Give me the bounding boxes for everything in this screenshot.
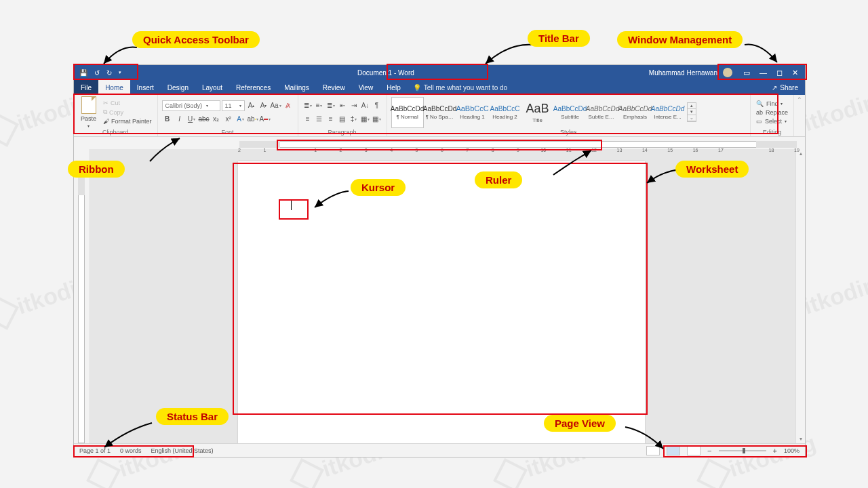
replace-button[interactable]: abReplace (755, 108, 789, 117)
strike-icon[interactable]: abc (199, 114, 210, 125)
redo-icon[interactable]: ↻ (106, 69, 112, 77)
style-intense-e-[interactable]: AaBbCcDdIntense E... (652, 97, 684, 128)
vertical-scrollbar[interactable]: ▴ ▾ (795, 149, 805, 443)
align-center-icon[interactable]: ☰ (314, 114, 325, 125)
scroll-down-icon[interactable]: ▾ (800, 434, 802, 443)
line-spacing-icon[interactable]: ‡▾ (349, 114, 359, 125)
group-editing: 🔍Find▾ abReplace ▭Select▾ Editing (751, 95, 794, 136)
increase-indent-icon[interactable]: ⇥ (349, 100, 359, 111)
window-title: Document1 - Word (127, 69, 645, 77)
clear-format-icon[interactable]: A̷ (283, 100, 294, 111)
annot-ribbon: Ribbon (68, 161, 125, 178)
font-name-combo[interactable]: Calibri (Body)▾ (162, 100, 220, 111)
tab-mailings[interactable]: Mailings (277, 80, 316, 95)
tab-help[interactable]: Help (380, 80, 408, 95)
undo-icon[interactable]: ↺ (94, 69, 100, 77)
tab-references[interactable]: References (229, 80, 277, 95)
style-emphasis[interactable]: AaBbCcDdEmphasis (619, 97, 652, 128)
borders-icon[interactable]: ▦▾ (372, 114, 382, 125)
copy-button[interactable]: ⧉Copy (102, 108, 153, 117)
style-subtle-em-[interactable]: AaBbCcDdSubtle Em... (587, 97, 619, 128)
sort-icon[interactable]: A↓ (360, 100, 371, 111)
tab-view[interactable]: View (352, 80, 380, 95)
bullets-icon[interactable]: ≣▾ (302, 100, 313, 111)
decrease-indent-icon[interactable]: ⇤ (337, 100, 348, 111)
status-bar: Page 1 of 1 0 words English (United Stat… (74, 443, 805, 457)
format-painter-button[interactable]: 🖌Format Painter (102, 117, 153, 125)
annot-statusbar: Status Bar (156, 408, 229, 425)
account-area[interactable]: Muhammad Hernawan (645, 68, 736, 77)
multilevel-icon[interactable]: ≣▾ (326, 100, 336, 111)
tell-me[interactable]: 💡 Tell me what you want to do (408, 84, 513, 92)
style-heading-2[interactable]: AaBbCcCHeading 2 (489, 97, 521, 128)
shrink-font-icon[interactable]: A▾ (258, 100, 269, 111)
ribbon-display-icon[interactable]: ▭ (743, 68, 750, 77)
italic-icon[interactable]: I (174, 114, 185, 125)
annot-qat: Quick Access Toolbar (132, 31, 260, 48)
style-title[interactable]: AaBTitle (521, 97, 554, 128)
paste-button[interactable]: Paste ▾ (78, 96, 99, 128)
status-language[interactable]: English (United States) (151, 447, 214, 454)
qat-customize-icon[interactable]: ▾ (119, 70, 121, 75)
save-icon[interactable]: 💾 (79, 69, 87, 77)
share-button[interactable]: ↗ Share (765, 84, 805, 92)
shading-icon[interactable]: ▦▾ (360, 114, 371, 125)
style--normal[interactable]: AaBbCcDd¶ Normal (391, 97, 424, 128)
status-words[interactable]: 0 words (120, 447, 142, 454)
view-web-icon[interactable] (687, 446, 701, 455)
tab-review[interactable]: Review (316, 80, 352, 95)
word-window: 💾 ↺ ↻ ▾ Document1 - Word Muhammad Hernaw… (73, 64, 806, 458)
superscript-icon[interactable]: x² (223, 114, 234, 125)
vertical-ruler[interactable] (74, 149, 90, 443)
status-page[interactable]: Page 1 of 1 (79, 447, 111, 454)
font-color-icon[interactable]: A▾ (260, 114, 271, 125)
align-left-icon[interactable]: ≡ (302, 114, 313, 125)
find-icon: 🔍 (756, 100, 764, 107)
tab-layout[interactable]: Layout (195, 80, 229, 95)
select-button[interactable]: ▭Select▾ (755, 117, 789, 125)
style-subtitle[interactable]: AaBbCcDdSubtitle (554, 97, 587, 128)
maximize-icon[interactable]: ◻ (776, 68, 783, 77)
subscript-icon[interactable]: x₂ (211, 114, 222, 125)
text-effects-icon[interactable]: A▾ (235, 114, 246, 125)
zoom-in-icon[interactable]: + (773, 447, 777, 455)
group-label: Styles (391, 128, 746, 136)
styles-down-icon[interactable]: ▾ (688, 109, 696, 115)
replace-icon: ab (756, 109, 763, 116)
tab-insert[interactable]: Insert (130, 80, 161, 95)
highlight-icon[interactable]: ab▾ (248, 114, 258, 125)
styles-up-icon[interactable]: ▴ (688, 103, 696, 109)
numbering-icon[interactable]: ≡▾ (314, 100, 325, 111)
group-clipboard: Paste ▾ ✂Cut ⧉Copy 🖌Format Painter Clipb… (74, 95, 158, 136)
styles-more-icon[interactable]: ⌄ (688, 115, 696, 121)
bold-icon[interactable]: B (162, 114, 173, 125)
grow-font-icon[interactable]: A▴ (246, 100, 257, 111)
change-case-icon[interactable]: Aa▾ (271, 100, 281, 111)
view-print-icon[interactable] (667, 446, 680, 455)
close-icon[interactable]: ✕ (792, 68, 798, 77)
styles-scroll: ▴ ▾ ⌄ (687, 102, 696, 122)
show-marks-icon[interactable]: ¶ (372, 100, 382, 111)
view-read-icon[interactable] (646, 446, 660, 455)
align-right-icon[interactable]: ≡ (326, 114, 336, 125)
tab-design[interactable]: Design (161, 80, 195, 95)
page[interactable] (238, 161, 645, 443)
annot-worksheet: Worksheet (675, 161, 749, 178)
minimize-icon[interactable]: — (760, 68, 767, 77)
zoom-out-icon[interactable]: − (707, 447, 711, 455)
group-styles: AaBbCcDd¶ NormalAaBbCcDd¶ No Spac...AaBb… (387, 95, 751, 136)
document-canvas[interactable] (90, 149, 795, 443)
zoom-slider[interactable] (719, 450, 766, 451)
justify-icon[interactable]: ▤ (337, 114, 348, 125)
horizontal-ruler[interactable]: 2112345678910111213141516171819 (239, 139, 797, 149)
find-button[interactable]: 🔍Find▾ (755, 100, 789, 108)
tab-home[interactable]: Home (98, 80, 130, 95)
style-heading-1[interactable]: AaBbCcCHeading 1 (456, 97, 489, 128)
collapse-ribbon-icon[interactable]: ⌃ (797, 96, 802, 103)
zoom-level[interactable]: 100% (784, 447, 800, 454)
font-size-combo[interactable]: 11▾ (222, 100, 245, 111)
cut-button[interactable]: ✂Cut (102, 99, 153, 107)
underline-icon[interactable]: U▾ (186, 114, 197, 125)
style--no-spac-[interactable]: AaBbCcDd¶ No Spac... (424, 97, 456, 128)
tab-file[interactable]: File (74, 80, 98, 95)
